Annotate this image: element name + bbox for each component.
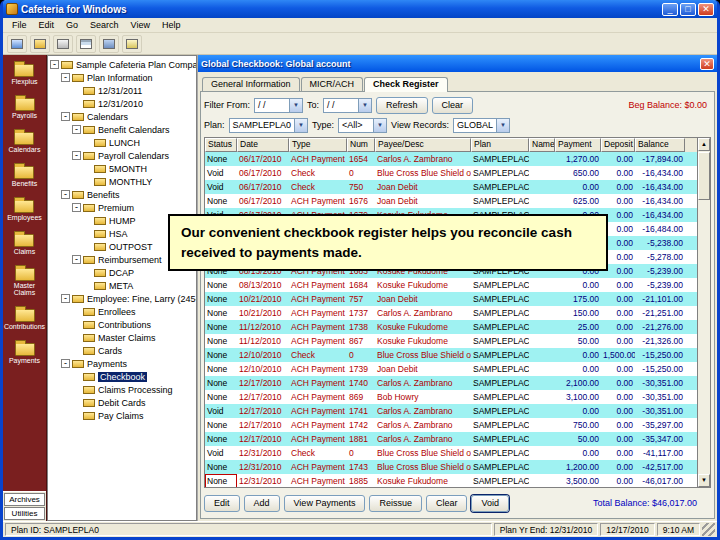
- table-row[interactable]: None11/12/2010ACH Payment1738Kosuke Fuku…: [205, 320, 697, 334]
- table-row[interactable]: None12/10/2010ACH Payment1739Joan DebitS…: [205, 362, 697, 376]
- plan-combobox[interactable]: SAMPLEPLA0 ▼: [229, 118, 309, 133]
- view-records-combobox[interactable]: GLOBAL ▼: [453, 118, 510, 133]
- table-row[interactable]: None10/21/2010ACH Payment757Joan DebitSA…: [205, 292, 697, 306]
- table-row[interactable]: None08/13/2010ACH Payment1684Kosuke Fuku…: [205, 278, 697, 292]
- table-row[interactable]: None12/17/2010ACH Payment1740Carlos A. Z…: [205, 376, 697, 390]
- vertical-scrollbar[interactable]: ▲ ▼: [697, 138, 710, 487]
- filter-from-combobox[interactable]: / / ▼: [254, 98, 303, 113]
- tree-expander-icon[interactable]: -: [61, 294, 70, 303]
- tree-item-12-31-2010[interactable]: 12/31/2010: [50, 97, 196, 110]
- title-bar[interactable]: Cafeteria for Windows _ □ ✕: [3, 0, 717, 18]
- calculator-icon[interactable]: [99, 35, 119, 53]
- tree-expander-icon[interactable]: -: [61, 73, 70, 82]
- resize-grip[interactable]: [702, 523, 715, 536]
- table-row[interactable]: None12/17/2010ACH Payment1881Carlos A. Z…: [205, 432, 697, 446]
- column-header-balance[interactable]: Balance: [635, 138, 685, 152]
- tree-expander-icon[interactable]: -: [72, 203, 81, 212]
- table-row[interactable]: None06/17/2010ACH Payment1654Carlos A. Z…: [205, 152, 697, 166]
- column-header-status[interactable]: Status: [205, 138, 237, 152]
- table-row[interactable]: None10/21/2010ACH Payment1737Carlos A. Z…: [205, 306, 697, 320]
- scrollbar-thumb[interactable]: [698, 152, 710, 200]
- tree-item-payroll-calendars[interactable]: -Payroll Calendars: [50, 149, 196, 162]
- chevron-down-icon[interactable]: ▼: [289, 99, 302, 112]
- add-button[interactable]: Add: [244, 495, 280, 512]
- chevron-down-icon[interactable]: ▼: [373, 119, 386, 132]
- menu-file[interactable]: File: [6, 19, 33, 31]
- tree-item-plan-information[interactable]: -Plan Information: [50, 71, 196, 84]
- print-icon[interactable]: [53, 35, 73, 53]
- tree-expander-icon[interactable]: -: [72, 125, 81, 134]
- chevron-down-icon[interactable]: ▼: [294, 119, 307, 132]
- tree-expander-icon[interactable]: -: [72, 255, 81, 264]
- tree-item-calendars[interactable]: -Calendars: [50, 110, 196, 123]
- sidebar-bottom-archives[interactable]: Archives: [4, 493, 45, 506]
- chevron-down-icon[interactable]: ▼: [358, 99, 371, 112]
- filter-to-combobox[interactable]: / / ▼: [323, 98, 372, 113]
- tree-expander-icon[interactable]: -: [61, 112, 70, 121]
- sidebar-item-payrolls[interactable]: Payrolls: [12, 94, 37, 119]
- column-header-payment[interactable]: Payment: [555, 138, 601, 152]
- tree-item-checkbook[interactable]: Checkbook: [50, 370, 196, 383]
- menu-search[interactable]: Search: [84, 19, 125, 31]
- sidebar-item-benefits[interactable]: Benefits: [12, 162, 37, 187]
- sidebar-bottom-utilities[interactable]: Utilities: [4, 507, 45, 520]
- table-row[interactable]: Void12/31/2010Check0Blue Cross Blue Shie…: [205, 446, 697, 460]
- open-folder-icon[interactable]: [30, 35, 50, 53]
- table-row[interactable]: None12/31/2010ACH Payment1885Kosuke Fuku…: [205, 474, 697, 487]
- minimize-button[interactable]: _: [662, 3, 678, 16]
- tree-expander-icon[interactable]: -: [72, 151, 81, 160]
- menu-edit[interactable]: Edit: [33, 19, 61, 31]
- menu-view[interactable]: View: [125, 19, 156, 31]
- edit-button[interactable]: Edit: [204, 495, 240, 512]
- tab-micr-ach[interactable]: MICR/ACH: [301, 77, 364, 91]
- clear-button[interactable]: Clear: [426, 495, 468, 512]
- maximize-button[interactable]: □: [680, 3, 696, 16]
- tree-item-monthly[interactable]: MONTHLY: [50, 175, 196, 188]
- table-row[interactable]: Void06/17/2010Check750Joan DebitSAMPLEPL…: [205, 180, 697, 194]
- column-header-date[interactable]: Date: [237, 138, 289, 152]
- sidebar-item-employees[interactable]: Employees: [7, 196, 42, 221]
- menu-go[interactable]: Go: [60, 19, 84, 31]
- tree-item-claims-processing[interactable]: Claims Processing: [50, 383, 196, 396]
- tree-item-cards[interactable]: Cards: [50, 344, 196, 357]
- tree-item-employee-fine-larry-245-47-1200[interactable]: -Employee: Fine, Larry (245-47-1200): [50, 292, 196, 305]
- tree-item-12-31-2011[interactable]: 12/31/2011: [50, 84, 196, 97]
- scroll-up-icon[interactable]: ▲: [698, 138, 710, 151]
- scroll-down-icon[interactable]: ▼: [698, 474, 710, 487]
- table-row[interactable]: None06/17/2010ACH Payment1676Joan DebitS…: [205, 194, 697, 208]
- sidebar-item-claims[interactable]: Claims: [14, 230, 35, 255]
- table-row[interactable]: None12/31/2010ACH Payment1743Blue Cross …: [205, 460, 697, 474]
- tab-general-information[interactable]: General Information: [202, 77, 300, 91]
- close-button[interactable]: ✕: [698, 3, 714, 16]
- tree-item-premium[interactable]: -Premium: [50, 201, 196, 214]
- tree-item-sample-cafeteria-plan-company[interactable]: -Sample Cafeteria Plan Company: [50, 58, 196, 71]
- tree-item-5month[interactable]: 5MONTH: [50, 162, 196, 175]
- tree-expander-icon[interactable]: -: [50, 60, 59, 69]
- tree-item-pay-claims[interactable]: Pay Claims: [50, 409, 196, 422]
- table-row[interactable]: None11/12/2010ACH Payment867Kosuke Fukud…: [205, 334, 697, 348]
- tree-item-debit-cards[interactable]: Debit Cards: [50, 396, 196, 409]
- tree-item-meta[interactable]: META: [50, 279, 196, 292]
- panel-close-icon[interactable]: ✕: [700, 58, 714, 70]
- sidebar-item-contributions[interactable]: Contributions: [4, 305, 45, 330]
- refresh-button[interactable]: Refresh: [376, 97, 428, 114]
- chevron-down-icon[interactable]: ▼: [496, 119, 509, 132]
- tree-expander-icon[interactable]: -: [61, 190, 70, 199]
- column-header-type[interactable]: Type: [289, 138, 347, 152]
- column-header-name[interactable]: Name: [529, 138, 555, 152]
- clear-filter-button[interactable]: Clear: [432, 97, 474, 114]
- table-row[interactable]: None12/17/2010ACH Payment869Bob HowrySAM…: [205, 390, 697, 404]
- report-icon[interactable]: [76, 35, 96, 53]
- column-header-payee-desc[interactable]: Payee/Desc: [375, 138, 471, 152]
- tab-check-register[interactable]: Check Register: [364, 77, 448, 92]
- sidebar-item-master-claims[interactable]: Master Claims: [4, 264, 46, 296]
- void-button[interactable]: Void: [471, 495, 509, 512]
- tree-item-benefit-calendars[interactable]: -Benefit Calendars: [50, 123, 196, 136]
- tree-item-benefits[interactable]: -Benefits: [50, 188, 196, 201]
- column-header-num[interactable]: Num: [347, 138, 375, 152]
- table-row[interactable]: Void12/17/2010ACH Payment1741Carlos A. Z…: [205, 404, 697, 418]
- panel-title-bar[interactable]: Global Checkbook: Global account ✕: [198, 55, 717, 72]
- reissue-button[interactable]: Reissue: [369, 495, 422, 512]
- help-icon[interactable]: [122, 35, 142, 53]
- table-row[interactable]: None12/17/2010ACH Payment1742Carlos A. Z…: [205, 418, 697, 432]
